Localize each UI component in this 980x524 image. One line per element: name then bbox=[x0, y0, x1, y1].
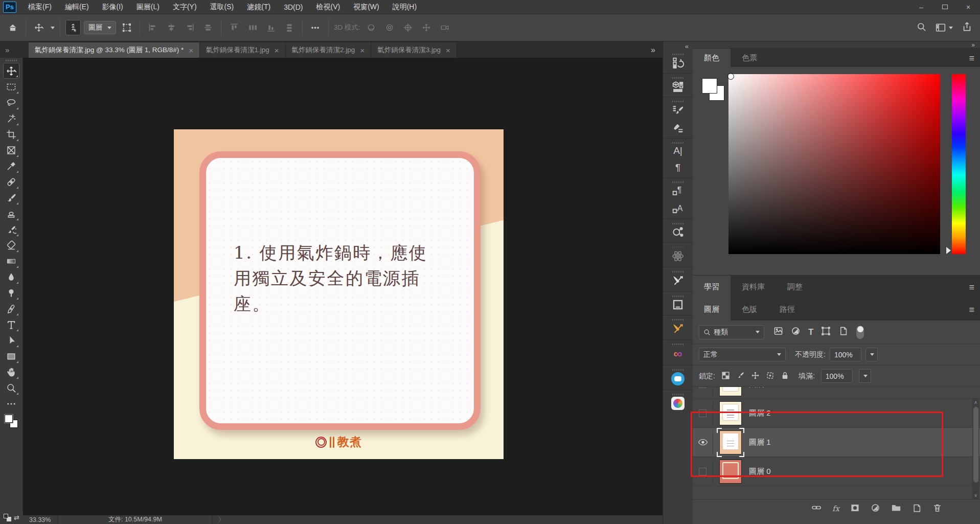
menu-help[interactable]: 說明(H) bbox=[386, 0, 423, 14]
add-layer-mask-icon[interactable] bbox=[850, 503, 860, 515]
pen-tool[interactable] bbox=[3, 301, 19, 316]
lasso-tool[interactable] bbox=[3, 95, 19, 110]
mini-color-swatches-icon[interactable] bbox=[4, 514, 11, 521]
layer-filter-type-dropdown[interactable]: 種類 bbox=[699, 325, 764, 339]
brush-settings-panel-icon[interactable] bbox=[663, 97, 693, 120]
menu-edit[interactable]: 編輯(E) bbox=[58, 0, 96, 14]
libraries-panel-icon[interactable] bbox=[663, 243, 693, 267]
layer-thumbnail[interactable] bbox=[719, 460, 742, 484]
close-tab-icon[interactable]: × bbox=[360, 46, 364, 55]
panel-color-swatches[interactable] bbox=[702, 78, 728, 105]
layer-row-2[interactable]: 圖層 2 bbox=[693, 399, 980, 428]
eyedropper-tool[interactable] bbox=[3, 158, 19, 174]
plugin-cooking-orange-icon[interactable] bbox=[663, 315, 693, 339]
home-icon[interactable] bbox=[5, 20, 20, 35]
rectangle-tool[interactable] bbox=[3, 348, 19, 364]
close-tab-icon[interactable]: × bbox=[446, 46, 450, 55]
brush-tool[interactable] bbox=[3, 190, 19, 206]
delete-layer-icon[interactable] bbox=[932, 503, 942, 515]
new-layer-icon[interactable] bbox=[912, 503, 922, 515]
visibility-toggle[interactable] bbox=[693, 387, 713, 399]
history-panel-icon[interactable] bbox=[663, 50, 693, 73]
plugin-cooking-white-icon[interactable] bbox=[663, 267, 693, 291]
move-tool-preset-icon[interactable] bbox=[31, 20, 47, 35]
foreground-color-swatch[interactable] bbox=[5, 415, 13, 423]
align-center-horizontal-icon[interactable] bbox=[164, 20, 179, 35]
document-tab-active[interactable]: 氣炸鍋保養清潔.jpg @ 33.3% (圖層 1, RGB/8#) * × bbox=[29, 42, 200, 58]
layer-row-0[interactable]: 圖層 0 bbox=[693, 457, 980, 486]
layer-name[interactable]: 圖層 1 bbox=[749, 438, 771, 447]
menu-file[interactable]: 檔案(F) bbox=[21, 0, 58, 14]
menu-view[interactable]: 檢視(V) bbox=[309, 0, 347, 14]
auto-select-icon[interactable] bbox=[65, 20, 81, 35]
document-tab[interactable]: 氣炸鍋保養清潔2.jpg × bbox=[286, 42, 372, 58]
collapse-panels-icon[interactable]: » bbox=[971, 41, 975, 49]
toolbar-overflow-icon[interactable]: » bbox=[0, 41, 29, 58]
blur-tool[interactable] bbox=[3, 269, 19, 285]
more-align-options-button[interactable]: ••• bbox=[308, 20, 323, 35]
tab-paths[interactable]: 路徑 bbox=[768, 298, 806, 321]
align-right-icon[interactable] bbox=[182, 20, 197, 35]
layer-filtering-toggle[interactable] bbox=[856, 326, 864, 339]
layer-thumbnail[interactable] bbox=[719, 401, 742, 425]
minimize-button[interactable]: – bbox=[909, 0, 933, 14]
panel-grip[interactable] bbox=[6, 60, 17, 61]
align-center-vertical-icon[interactable] bbox=[200, 20, 216, 35]
brushes-panel-icon[interactable] bbox=[663, 120, 693, 138]
chevron-down-icon[interactable] bbox=[51, 27, 55, 29]
share-panel-icon[interactable] bbox=[663, 219, 693, 242]
visibility-toggle[interactable] bbox=[693, 460, 713, 484]
filter-smart-objects-icon[interactable] bbox=[838, 326, 848, 338]
tab-overflow-icon[interactable]: » bbox=[651, 45, 663, 58]
lock-position-icon[interactable] bbox=[751, 371, 760, 381]
tab-layers[interactable]: 圖層 bbox=[693, 298, 731, 321]
layer-thumbnail[interactable] bbox=[719, 387, 742, 396]
search-icon[interactable] bbox=[917, 22, 926, 34]
artboard-panel-icon[interactable] bbox=[663, 292, 693, 315]
dodge-tool[interactable] bbox=[3, 285, 19, 301]
align-left-icon[interactable] bbox=[145, 20, 161, 35]
workspace-switcher[interactable] bbox=[936, 23, 953, 32]
distribute-vertical-icon[interactable] bbox=[282, 20, 297, 35]
saturation-brightness-field[interactable] bbox=[728, 74, 940, 254]
layer-effects-icon[interactable]: fx bbox=[832, 504, 839, 513]
close-tab-icon[interactable]: × bbox=[189, 46, 193, 55]
foreground-color-swatch[interactable] bbox=[702, 78, 717, 94]
zoom-tool[interactable] bbox=[3, 380, 19, 396]
path-selection-tool[interactable] bbox=[3, 332, 19, 348]
distribute-horizontal-icon[interactable] bbox=[245, 20, 260, 35]
close-tab-icon[interactable]: × bbox=[275, 46, 279, 55]
threed-camera-icon[interactable] bbox=[437, 20, 452, 35]
layer-name[interactable]: 圖層 3 bbox=[749, 387, 771, 389]
fill-dropdown-button[interactable] bbox=[859, 369, 871, 383]
document-tab[interactable]: 氣炸鍋保養清潔1.jpg × bbox=[200, 42, 286, 58]
menu-3d[interactable]: 3D(D) bbox=[277, 0, 309, 14]
threed-rotate-icon[interactable] bbox=[363, 20, 379, 35]
filter-pixel-layers-icon[interactable] bbox=[773, 326, 783, 338]
align-bottom-icon[interactable] bbox=[263, 20, 279, 35]
zoom-level-field[interactable]: 33.33% bbox=[23, 516, 58, 523]
fill-field[interactable]: 100% bbox=[821, 369, 853, 383]
menu-select[interactable]: 選取(S) bbox=[203, 0, 241, 14]
rectangular-marquee-tool[interactable] bbox=[3, 79, 19, 95]
filter-adjustment-layers-icon[interactable] bbox=[791, 326, 801, 338]
threed-slide-icon[interactable] bbox=[419, 20, 434, 35]
scroll-up-icon[interactable]: ∧ bbox=[972, 399, 979, 406]
scroll-down-icon[interactable]: ∨ bbox=[972, 492, 979, 499]
eraser-tool[interactable] bbox=[3, 237, 19, 253]
expand-panels-icon[interactable]: « bbox=[685, 41, 693, 50]
filter-shape-layers-icon[interactable] bbox=[821, 326, 831, 338]
edit-toolbar-icon[interactable] bbox=[3, 396, 19, 412]
character-panel-icon[interactable]: A| bbox=[663, 139, 693, 161]
opacity-field[interactable]: 100% bbox=[830, 348, 861, 361]
canvas-pasteboard[interactable]: 1. 使用氣炸鍋時，應使 用獨立及安全的電源插 座。 教煮 bbox=[23, 58, 663, 515]
move-tool[interactable] bbox=[3, 63, 19, 79]
menu-image[interactable]: 影像(I) bbox=[96, 0, 130, 14]
menu-window[interactable]: 視窗(W) bbox=[347, 0, 386, 14]
restore-button[interactable] bbox=[933, 0, 956, 14]
color-picker-handle[interactable] bbox=[727, 73, 734, 80]
menu-layer[interactable]: 圖層(L) bbox=[130, 0, 166, 14]
tab-color[interactable]: 顏色 bbox=[693, 49, 731, 67]
share-icon[interactable] bbox=[962, 22, 972, 34]
type-tool[interactable] bbox=[3, 316, 19, 332]
